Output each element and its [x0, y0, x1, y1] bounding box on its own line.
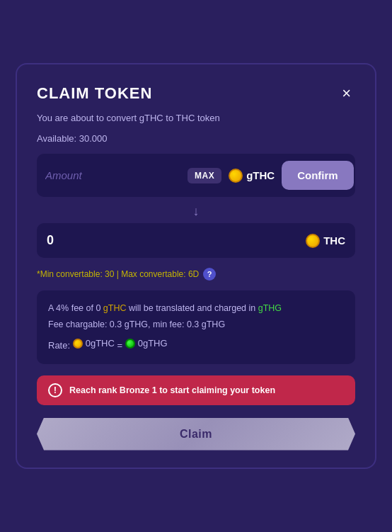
fee-box: A 4% fee of 0 gTHC will be translated an…: [37, 290, 355, 363]
output-row: 0 THC: [37, 223, 355, 258]
warning-icon: !: [48, 383, 62, 397]
claim-button-wrap: Claim: [37, 418, 355, 451]
fee-line1: A 4% fee of 0 gTHC will be translated an…: [48, 300, 344, 317]
rate-line: Rate: 0gTHC = 0gTHG: [48, 335, 344, 353]
modal-title: CLAIM TOKEN: [37, 84, 152, 103]
gthc-icon: [229, 169, 243, 183]
info-badge[interactable]: ?: [203, 268, 216, 281]
confirm-button[interactable]: Confirm: [282, 161, 354, 190]
warning-bar: ! Reach rank Bronze 1 to start claiming …: [37, 375, 355, 405]
fee-line2: Fee chargable: 0.3 gTHG, min fee: 0.3 gT…: [48, 317, 344, 333]
rate-val2: 0gTHG: [125, 335, 168, 351]
subtitle-text: You are about to convert gTHC to THC tok…: [37, 113, 355, 123]
close-button[interactable]: ×: [338, 84, 355, 103]
arrow-down-icon: ↓: [37, 204, 355, 219]
output-value: 0: [47, 233, 54, 248]
min-max-info: *Min convertable: 30 | Max convertable: …: [37, 268, 355, 281]
claim-token-modal: CLAIM TOKEN × You are about to convert g…: [16, 63, 376, 468]
warning-text: Reach rank Bronze 1 to start claiming yo…: [69, 385, 275, 395]
rate-val1: 0gTHC: [73, 335, 115, 351]
max-button[interactable]: MAX: [188, 168, 221, 183]
rate-green-icon: [125, 339, 135, 349]
modal-header: CLAIM TOKEN ×: [37, 84, 355, 103]
output-token-label: THC: [306, 234, 345, 248]
amount-input[interactable]: [45, 169, 180, 181]
available-amount: Available: 30.000: [37, 133, 355, 144]
claim-button[interactable]: Claim: [37, 418, 355, 451]
rate-gold-icon: [73, 339, 83, 349]
thc-icon: [306, 234, 320, 248]
input-token-label: gTHC: [229, 169, 275, 183]
input-row: MAX gTHC Confirm: [37, 154, 355, 197]
